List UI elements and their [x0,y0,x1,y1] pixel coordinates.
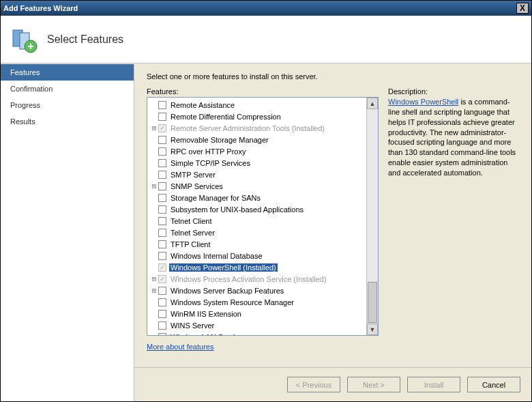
feature-label: WINS Server [169,321,216,330]
feature-checkbox[interactable] [158,229,166,237]
feature-checkbox[interactable] [158,147,166,156]
feature-row[interactable]: ⊞Remote Server Administration Tools (Ins… [149,122,364,134]
feature-row[interactable]: WINS Server [149,319,364,331]
scroll-up-button[interactable]: ▲ [367,98,378,109]
feature-label: Remote Differential Compression [169,113,282,121]
feature-row[interactable]: SMTP Server [149,169,364,180]
feature-row[interactable]: Simple TCP/IP Services [149,157,364,169]
feature-row[interactable]: Windows System Resource Manager [149,296,364,308]
feature-row[interactable]: Remote Assistance [149,99,364,111]
close-icon: X [520,3,525,13]
feature-checkbox[interactable] [158,240,166,248]
feature-checkbox[interactable] [158,113,166,121]
features-label: Features: [147,87,379,96]
feature-checkbox[interactable] [158,321,166,330]
step-confirmation[interactable]: Confirmation [1,81,134,97]
feature-checkbox[interactable] [158,287,166,295]
feature-checkbox[interactable] [158,310,166,318]
next-button[interactable]: Next > [347,377,400,392]
feature-checkbox[interactable] [158,171,166,179]
description-label: Description: [388,87,519,96]
feature-label: SMTP Server [169,171,217,179]
feature-checkbox[interactable] [158,252,166,260]
feature-label: Removable Storage Manager [169,136,270,144]
feature-checkbox [158,275,166,283]
feature-checkbox[interactable] [158,159,166,167]
feature-row[interactable]: Windows Internal Database [149,250,364,261]
feature-label: Windows Process Activation Service (Inst… [169,275,328,283]
tree-scrollbar[interactable]: ▲ ▼ [366,98,378,335]
title-bar: Add Features Wizard X [1,1,531,16]
feature-row[interactable]: Telnet Server [149,227,364,238]
feature-label: SNMP Services [169,182,224,190]
features-tree[interactable]: Remote AssistanceRemote Differential Com… [147,97,379,336]
feature-label: Subsystem for UNIX-based Applications [169,205,305,214]
feature-checkbox[interactable] [158,182,166,190]
feature-label: Remote Server Administration Tools (Inst… [169,124,326,132]
feature-checkbox [158,124,166,132]
feature-checkbox[interactable] [158,194,166,202]
wizard-icon [10,26,38,53]
feature-checkbox[interactable] [158,333,166,336]
feature-label: Telnet Server [169,229,216,237]
feature-label: WinRM IIS Extension [169,310,243,318]
window-title: Add Features Wizard [3,4,516,12]
feature-checkbox[interactable] [158,298,166,306]
feature-label: Windows Internal Database [169,252,264,260]
step-features[interactable]: Features [1,64,134,81]
feature-row[interactable]: Remote Differential Compression [149,111,364,122]
feature-label: Wireless LAN Service [169,333,244,336]
more-about-features-link[interactable]: More about features [147,343,379,351]
more-link-text[interactable]: More about features [147,343,213,351]
description-link[interactable]: Windows PowerShell [388,98,458,106]
feature-row[interactable]: ⊞Windows Process Activation Service (Ins… [149,273,364,285]
feature-label: Telnet Client [169,217,213,225]
page-heading: Select Features [47,33,123,46]
feature-label: RPC over HTTP Proxy [169,147,247,156]
feature-row[interactable]: RPC over HTTP Proxy [149,145,364,157]
feature-label: Windows Server Backup Features [169,287,285,295]
expander-icon[interactable]: ⊞ [150,274,158,283]
feature-row[interactable]: Windows PowerShell (Installed) [149,261,364,273]
feature-label: TFTP Client [169,240,211,248]
scroll-down-button[interactable]: ▼ [367,324,378,335]
step-progress[interactable]: Progress [1,97,134,113]
feature-label: Windows System Resource Manager [169,298,295,306]
previous-button[interactable]: < Previous [287,377,340,392]
expander-icon[interactable]: ⊞ [150,182,158,190]
feature-row[interactable]: Removable Storage Manager [149,134,364,145]
main-column: Select one or more features to install o… [134,64,531,401]
feature-row[interactable]: Storage Manager for SANs [149,192,364,203]
feature-checkbox[interactable] [158,136,166,144]
feature-row[interactable]: ⊞SNMP Services [149,180,364,192]
feature-row[interactable]: ⊞Windows Server Backup Features [149,285,364,296]
feature-row[interactable]: Wireless LAN Service [149,331,364,335]
intro-text: Select one or more features to install o… [147,72,519,81]
feature-label: Simple TCP/IP Services [169,159,252,167]
description-text: is a command-line shell and scripting la… [388,98,516,177]
feature-label: Windows PowerShell (Installed) [169,263,278,272]
feature-checkbox[interactable] [158,205,166,214]
scroll-thumb[interactable] [368,282,377,323]
feature-checkbox[interactable] [158,101,166,109]
feature-label: Remote Assistance [169,101,236,109]
step-results[interactable]: Results [1,113,134,130]
button-bar: < Previous Next > Install Cancel [134,367,531,401]
feature-label: Storage Manager for SANs [169,194,262,202]
feature-row[interactable]: WinRM IIS Extension [149,308,364,319]
header-band: Select Features [1,16,531,63]
cancel-button[interactable]: Cancel [467,377,520,392]
close-button[interactable]: X [516,3,529,14]
feature-row[interactable]: Telnet Client [149,215,364,227]
wizard-steps-sidebar: Features Confirmation Progress Results [1,64,134,401]
feature-checkbox [158,263,166,272]
feature-row[interactable]: Subsystem for UNIX-based Applications [149,203,364,215]
expander-icon[interactable]: ⊞ [150,124,158,132]
expander-icon[interactable]: ⊞ [150,286,158,295]
feature-row[interactable]: TFTP Client [149,238,364,250]
install-button[interactable]: Install [407,377,460,392]
feature-checkbox[interactable] [158,217,166,225]
description-body: Windows PowerShell is a command-line she… [388,97,519,178]
